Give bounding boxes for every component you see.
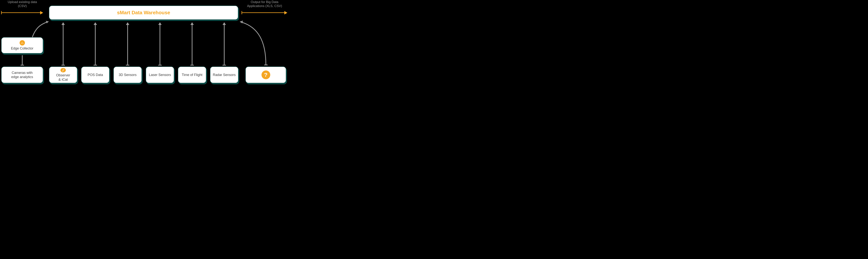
curve-question-to-warehouse bbox=[0, 0, 289, 86]
svg-marker-3 bbox=[240, 21, 243, 23]
diagram-canvas: Upload existing data (CSV) Output for Bi… bbox=[0, 0, 289, 86]
